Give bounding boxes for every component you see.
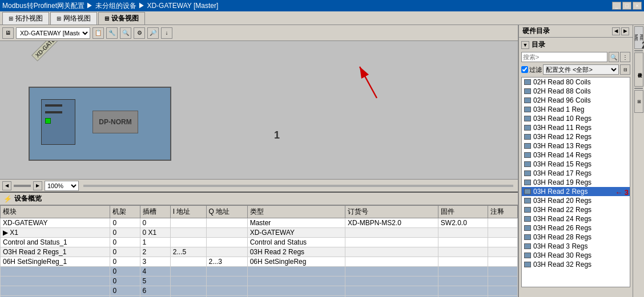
tab-topology[interactable]: ⊞ 拓扑视图 <box>2 12 49 25</box>
catalog-item[interactable]: 02H Read 96 Coils <box>522 96 630 105</box>
maximize-button[interactable]: □ <box>622 2 631 10</box>
catalog-search-input[interactable] <box>521 52 607 62</box>
tab-network[interactable]: ⊞ 网络视图 <box>50 12 97 25</box>
scroll-right-btn[interactable]: ▶ <box>33 181 42 190</box>
catalog-item-label: 03H Read 13 Regs <box>533 142 591 150</box>
device-select[interactable]: XD-GATEWAY [Master] <box>16 27 90 39</box>
catalog-item[interactable]: 03H Read 12 Regs <box>522 132 630 141</box>
table-row[interactable]: 06 <box>1 286 518 296</box>
sidebar-icon-hw[interactable]: 硬件目录 <box>634 52 643 87</box>
catalog-item[interactable]: 03H Read 15 Regs <box>522 160 630 169</box>
catalog-item[interactable]: 02H Read 88 Coils <box>522 87 630 96</box>
table-row[interactable]: XD-GATEWAY00MasterXD-MBPN-MS2.0SW2.0.0 <box>1 218 518 228</box>
catalog-item-icon <box>524 161 531 167</box>
table-cell <box>438 228 488 238</box>
catalog-item[interactable]: 03H Read 19 Regs <box>522 178 630 187</box>
toolbar-btn-2[interactable]: 🔧 <box>106 27 118 39</box>
table-cell: 2...3 <box>206 257 247 267</box>
catalog-item-icon <box>524 152 531 158</box>
table-cell: 3 <box>140 257 170 267</box>
catalog-item-icon <box>524 88 531 94</box>
title-bar: Modbus转Profinet网关配置 ▶ 未分组的设备 ▶ XD-GATEWA… <box>0 0 644 11</box>
table-cell <box>247 286 345 296</box>
toolbar-btn-down[interactable]: ↓ <box>161 27 172 39</box>
close-button[interactable]: × <box>633 2 642 10</box>
catalog-item-label: 03H Read 24 Regs <box>533 215 591 223</box>
zoom-select[interactable]: 100% <box>45 181 79 191</box>
table-cell: 0 <box>110 286 140 296</box>
search-btn[interactable]: 🔍 <box>609 52 619 62</box>
table-cell: 06H SetSingleReg <box>247 257 345 267</box>
table-cell: 0 X1 <box>140 228 170 238</box>
catalog-item[interactable]: 03H Read 28 Regs <box>522 233 630 242</box>
toolbar-btn-4[interactable]: ⚙ <box>134 27 145 39</box>
device-overview-title: ⚡ 设备概览 <box>0 193 518 205</box>
catalog-item-label: 03H Read 2 Regs <box>533 188 587 196</box>
device-icon-btn[interactable]: 🖥 <box>2 27 14 39</box>
zoom-slider[interactable] <box>83 185 513 187</box>
col-iaddr: I 地址 <box>170 206 206 218</box>
catalog-item[interactable]: 03H Read 22 Regs <box>522 205 630 214</box>
table-row[interactable]: 05 <box>1 276 518 286</box>
table-row[interactable]: 06H SetSingleReg_1032...306H SetSingleRe… <box>1 257 518 267</box>
table-cell: 0 <box>110 257 140 267</box>
catalog-item[interactable]: 03H Read 30 Regs <box>522 251 630 260</box>
catalog-item-label: 03H Read 3 Regs <box>533 242 587 250</box>
catalog-item[interactable]: 03H Read 14 Regs <box>522 150 630 160</box>
filter-btn[interactable]: ⊟ <box>620 64 630 75</box>
catalog-item[interactable]: 03H Read 13 Regs <box>522 141 630 150</box>
canvas-controls: ◀ ▶ 100% <box>0 179 518 192</box>
catalog-item[interactable]: 03H Read 11 Regs <box>522 123 630 132</box>
catalog-item[interactable]: 03H Read 20 Regs <box>522 196 630 205</box>
svg-line-1 <box>360 67 377 98</box>
catalog-list: 02H Read 80 Coils02H Read 88 Coils02H Re… <box>521 77 630 287</box>
canvas-scrollbar[interactable] <box>14 185 31 187</box>
right-sidebar: REME 硬件目录 ⊞ <box>633 25 644 297</box>
table-cell <box>1 267 110 276</box>
sidebar-icon-misc[interactable]: ⊞ <box>634 90 643 113</box>
catalog-item-label: 03H Read 19 Regs <box>533 178 591 186</box>
right-panel: 硬件目录 ◀ ▶ 2 ▼ 目录 🔍 ⋮ 过滤 <box>518 25 633 297</box>
search-options-btn[interactable]: ⋮ <box>620 52 630 62</box>
table-cell <box>488 247 517 257</box>
table-row[interactable]: Control and Status_101Control and Status <box>1 238 518 247</box>
table-cell <box>170 257 206 267</box>
toolbar-btn-1[interactable]: 📋 <box>92 27 104 39</box>
table-cell <box>206 276 247 286</box>
table-row[interactable]: O3H Read 2 Regs_1022...503H Read 2 Regs <box>1 247 518 257</box>
catalog-item[interactable]: 03H Read 32 Regs <box>522 260 630 269</box>
catalog-btn-1[interactable]: ◀ <box>612 27 620 35</box>
catalog-item[interactable]: 02H Read 80 Coils <box>522 78 630 87</box>
toolbar-btn-3[interactable]: 🔍 <box>120 27 131 39</box>
tab-device[interactable]: ⊞ 设备视图 <box>98 12 145 25</box>
expand-catalog-btn[interactable]: ▼ <box>521 41 529 49</box>
table-cell: 1 <box>140 238 170 247</box>
table-cell <box>170 267 206 276</box>
table-cell <box>170 276 206 286</box>
catalog-item[interactable]: 03H Read 24 Regs <box>522 214 630 223</box>
filter-label: 过滤 <box>529 66 542 74</box>
table-row[interactable]: 04 <box>1 267 518 276</box>
annotation-2: 2 <box>642 40 644 51</box>
table-header-row: 模块 机架 插槽 I 地址 Q 地址 类型 订货号 固件 注释 <box>1 206 518 218</box>
catalog-item[interactable]: 03H Read 26 Regs <box>522 223 630 233</box>
toolbar-btn-zoom[interactable]: 🔎 <box>147 27 159 39</box>
tab-network-label: 网络视图 <box>63 14 91 23</box>
catalog-btn-2[interactable]: ▶ <box>621 27 629 35</box>
col-order: 订货号 <box>345 206 438 218</box>
catalog-item[interactable]: 03H Read 2 Regs <box>522 187 630 196</box>
table-cell: 0 <box>110 267 140 276</box>
catalog-item[interactable]: 03H Read 17 Regs <box>522 169 630 178</box>
table-cell <box>438 247 488 257</box>
catalog-item[interactable]: 03H Read 1 Reg <box>522 105 630 114</box>
filter-select[interactable]: 配置文件 <全部> <box>543 64 619 75</box>
catalog-item[interactable]: 03H Read 10 Regs <box>522 114 630 123</box>
scroll-left-btn[interactable]: ◀ <box>2 181 11 190</box>
catalog-item[interactable]: 03H Read 3 Regs <box>522 242 630 251</box>
col-fw: 固件 <box>438 206 488 218</box>
filter-checkbox[interactable] <box>521 66 528 73</box>
table-row[interactable]: ▶ X100 X1XD-GATEWAY <box>1 228 518 238</box>
minimize-button[interactable]: _ <box>612 2 621 10</box>
annotation-1: 1 <box>274 129 280 141</box>
device-table-container: 模块 机架 插槽 I 地址 Q 地址 类型 订货号 固件 注释 XD-GATEW… <box>0 205 518 297</box>
